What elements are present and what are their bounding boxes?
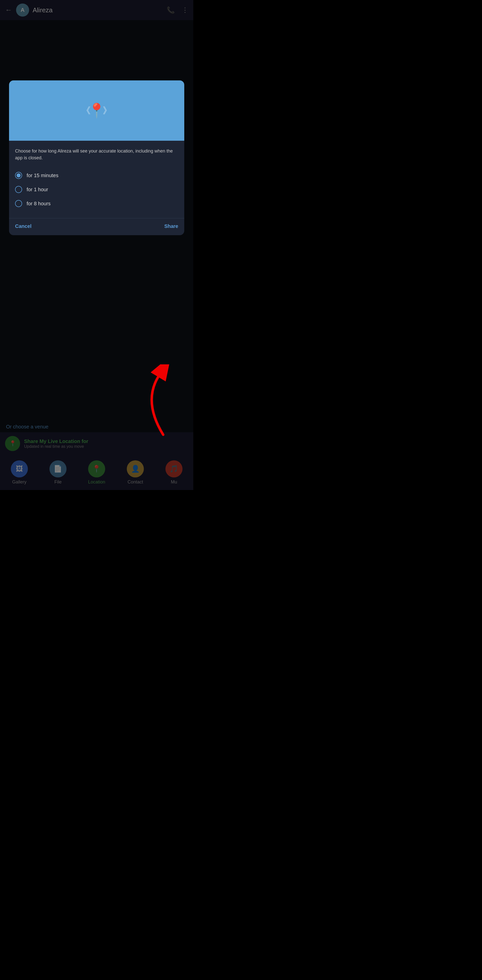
radio-outer-8hours [15, 200, 22, 207]
dialog-buttons: Cancel Share [9, 218, 184, 235]
radio-label-1hour: for 1 hour [27, 187, 48, 192]
radio-label-15min: for 15 minutes [27, 173, 59, 178]
share-button[interactable]: Share [164, 223, 178, 229]
red-arrow-annotation [123, 364, 173, 440]
wave-right-icon: 》 [103, 105, 112, 117]
dialog-body: Choose for how long Alireza will see you… [9, 141, 184, 216]
dialog-description: Choose for how long Alireza will see you… [15, 148, 178, 161]
radio-outer-1hour [15, 186, 22, 193]
cancel-button[interactable]: Cancel [15, 223, 32, 229]
dialog-header: 《 📍 》 [9, 80, 184, 141]
radio-8hours[interactable]: for 8 hours [15, 197, 178, 211]
location-animated-icon: 《 📍 》 [82, 98, 112, 123]
radio-label-8hours: for 8 hours [27, 201, 51, 207]
radio-15min[interactable]: for 15 minutes [15, 169, 178, 183]
radio-inner-15min [17, 173, 21, 177]
radio-outer-15min [15, 172, 22, 179]
wave-left-icon: 《 [82, 105, 90, 117]
location-dialog: 《 📍 》 Choose for how long Alireza will s… [9, 80, 184, 235]
radio-1hour[interactable]: for 1 hour [15, 183, 178, 197]
